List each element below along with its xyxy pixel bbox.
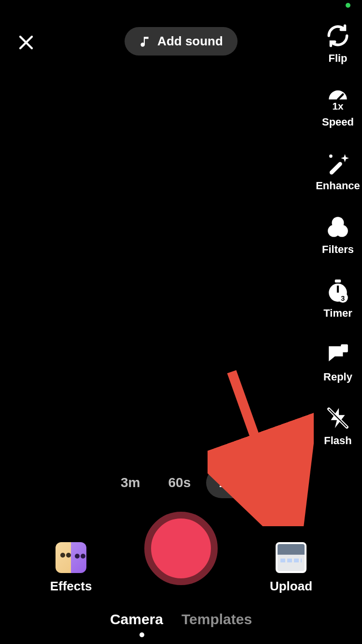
duration-picker: 3m 60s 15s <box>108 467 254 498</box>
rail-label: Reply <box>323 371 352 383</box>
reply-icon <box>326 342 350 366</box>
record-button[interactable] <box>144 512 218 585</box>
music-note-icon <box>139 35 152 48</box>
rail-label: Enhance <box>316 180 360 192</box>
svg-text:1x: 1x <box>332 100 344 112</box>
tab-indicator-dot <box>139 632 144 637</box>
svg-point-9 <box>336 225 348 237</box>
upload-label: Upload <box>270 579 312 594</box>
svg-rect-10 <box>335 280 341 282</box>
svg-marker-5 <box>341 154 349 162</box>
rail-label: Speed <box>322 116 354 128</box>
rail-label: Flip <box>328 52 347 65</box>
close-button[interactable] <box>14 31 38 54</box>
svg-text:3: 3 <box>341 294 345 302</box>
duration-option-3m[interactable]: 3m <box>108 467 153 498</box>
status-online-dot <box>346 3 350 8</box>
mode-tabs: Camera Templates <box>0 611 362 628</box>
upload-thumbnail <box>276 542 306 573</box>
svg-rect-12 <box>337 286 339 293</box>
camera-tools-rail: Flip 1x Speed Enhance Filters 3 Timer <box>314 23 362 447</box>
flash-off-icon <box>326 406 350 430</box>
filters-icon <box>326 215 350 239</box>
rail-label: Filters <box>322 243 354 256</box>
rail-item-flash[interactable]: Flash <box>324 406 351 447</box>
timer-icon: 3 <box>326 279 350 303</box>
svg-point-6 <box>329 154 333 158</box>
effects-thumbnail <box>56 542 86 573</box>
annotation-arrow <box>208 367 314 526</box>
svg-rect-15 <box>341 344 348 352</box>
duration-option-15s[interactable]: 15s <box>206 467 254 498</box>
rail-label: Flash <box>324 434 351 447</box>
speed-icon: 1x <box>326 87 350 112</box>
rail-item-filters[interactable]: Filters <box>322 214 354 256</box>
rail-item-speed[interactable]: 1x Speed <box>322 87 354 128</box>
enhance-wand-icon <box>326 151 350 175</box>
duration-option-60s[interactable]: 60s <box>156 467 204 498</box>
rail-item-timer[interactable]: 3 Timer <box>323 278 352 320</box>
tab-camera[interactable]: Camera <box>110 611 163 628</box>
close-icon <box>17 34 35 51</box>
rail-item-enhance[interactable]: Enhance <box>316 151 360 192</box>
effects-label: Effects <box>50 579 92 594</box>
svg-rect-4 <box>329 161 343 175</box>
upload-button[interactable]: Upload <box>260 542 322 594</box>
rail-label: Timer <box>323 307 352 320</box>
rail-item-reply[interactable]: Reply <box>323 342 352 383</box>
effects-button[interactable]: Effects <box>40 542 102 594</box>
flip-icon <box>326 24 350 48</box>
add-sound-button[interactable]: Add sound <box>125 27 237 56</box>
add-sound-label: Add sound <box>157 34 223 49</box>
tab-templates[interactable]: Templates <box>181 611 252 628</box>
rail-item-flip[interactable]: Flip <box>325 23 350 65</box>
camera-screen: Add sound Flip 1x Speed Enhance Filt <box>0 0 362 644</box>
